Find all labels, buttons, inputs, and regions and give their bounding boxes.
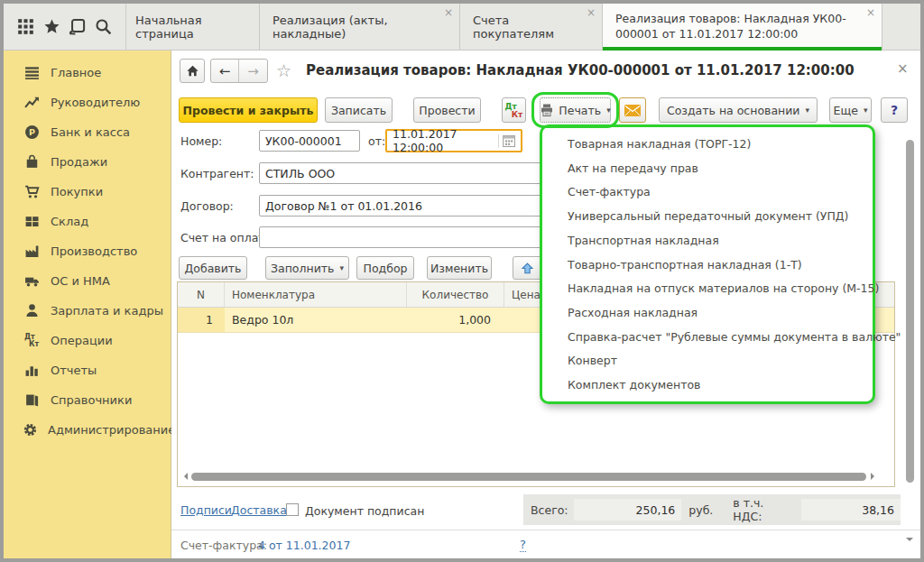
vat-value: 38,16: [801, 499, 901, 521]
close-document-icon[interactable]: ×: [897, 60, 909, 77]
edit-button[interactable]: Изменить: [427, 256, 492, 280]
sidebar-item-9[interactable]: ДтКтОперации: [4, 326, 171, 355]
dt-kt-postings-button[interactable]: Дт Кт: [502, 97, 526, 123]
save-button[interactable]: Записать: [325, 97, 393, 123]
tab-label: Начальная страница: [135, 14, 250, 41]
sidebar-item-label: Банк и касса: [51, 125, 130, 139]
print-button[interactable]: Печать: [540, 97, 611, 123]
sidebar-item-label: Склад: [51, 215, 88, 228]
print-menu-item-3[interactable]: Универсальный передаточный документ (УПД…: [542, 204, 873, 228]
scroll-right-icon[interactable]: [871, 473, 878, 480]
sidebar-item-6[interactable]: Производство: [4, 236, 171, 266]
sidebar-item-label: Продажи: [51, 155, 107, 169]
history-icon[interactable]: [67, 16, 88, 38]
favorites-star-icon[interactable]: [41, 16, 62, 38]
vat-label: в т.ч. НДС:: [733, 496, 796, 523]
print-menu-item-5[interactable]: Товарно-транспортная накладная (1-Т): [542, 253, 873, 277]
tab-label: Реализация товаров: Накладная УК00-00000…: [615, 12, 864, 41]
sidebar-item-1[interactable]: Руководителю: [4, 88, 171, 117]
cell-quantity: 1,000: [407, 308, 504, 332]
sections-icon: [23, 65, 41, 81]
print-dropdown-menu: Товарная накладная (ТОРГ-12)Акт на перед…: [540, 124, 875, 404]
bag-icon: [23, 154, 41, 170]
sidebar-item-2[interactable]: РБанк и касса: [4, 117, 171, 147]
tab-close-icon[interactable]: ×: [444, 8, 453, 17]
more-button[interactable]: Еще: [829, 97, 872, 123]
sidebar-item-label: Операции: [51, 334, 113, 347]
sidebar-item-8[interactable]: Зарплата и кадры: [4, 296, 171, 326]
up-arrow-icon: [521, 262, 534, 275]
pick-button[interactable]: Подбор: [356, 256, 414, 280]
document-signed-checkbox[interactable]: [286, 503, 299, 516]
document-form: ← → ☆ Реализация товаров: Накладная УК00…: [171, 51, 920, 558]
tab-1[interactable]: Реализация (акты, накладные)×: [260, 4, 460, 50]
tab-2[interactable]: Счета покупателям×: [460, 4, 603, 50]
scroll-down-icon[interactable]: [906, 538, 913, 545]
email-button[interactable]: [619, 97, 646, 123]
home-icon: [186, 64, 199, 78]
print-menu-item-4[interactable]: Транспортная накладная: [542, 228, 873, 253]
horizontal-scroll-thumb[interactable]: [191, 473, 866, 481]
tab-strip: Начальная страницаРеализация (акты, накл…: [126, 4, 920, 50]
sidebar-item-7[interactable]: ОС и НМА: [4, 266, 171, 296]
sidebar-item-0[interactable]: Главное: [4, 58, 171, 88]
printer-icon: [540, 103, 554, 117]
home-button[interactable]: [180, 59, 205, 83]
print-menu-item-8[interactable]: Справка-расчет "Рублевые суммы документа…: [542, 325, 873, 349]
col-header-nomenclature: Номенклатура: [225, 282, 407, 307]
create-based-on-button[interactable]: Создать на основании: [659, 97, 818, 123]
invoice-link[interactable]: 4 от 11.01.2017: [258, 539, 350, 552]
cell-n: 1: [178, 308, 225, 332]
move-row-up-button[interactable]: [513, 256, 542, 280]
print-menu-item-6[interactable]: Накладная на отпуск материалов на сторон…: [542, 276, 873, 300]
truck-icon: [23, 273, 41, 290]
print-menu-item-0[interactable]: Товарная накладная (ТОРГ-12): [542, 132, 873, 156]
sidebar: ГлавноеРуководителюРБанк и кассаПродажиП…: [4, 51, 171, 558]
totals-panel: Всего: 250,16 руб. в т.ч. НДС: 38,16: [523, 494, 901, 525]
tab-0[interactable]: Начальная страница: [126, 4, 260, 50]
scroll-left-icon[interactable]: [180, 473, 188, 480]
sidebar-item-5[interactable]: Склад: [4, 207, 171, 236]
post-and-close-button[interactable]: Провести и закрыть: [179, 97, 318, 123]
delivery-link[interactable]: Доставка: [231, 503, 287, 517]
favorite-star-icon[interactable]: ☆: [276, 60, 291, 80]
print-menu-item-7[interactable]: Расходная накладная: [542, 300, 873, 325]
search-icon[interactable]: [93, 16, 115, 38]
tab-close-icon[interactable]: ×: [587, 8, 596, 17]
forward-button[interactable]: →: [239, 60, 267, 82]
svg-text:Р: Р: [29, 127, 35, 137]
app-window: Начальная страницаРеализация (акты, накл…: [0, 0, 924, 562]
signatures-link[interactable]: Подписи: [180, 503, 232, 517]
help-button[interactable]: ?: [881, 97, 908, 123]
vertical-scroll-thumb[interactable]: [906, 140, 914, 483]
add-row-button[interactable]: Добавить: [179, 256, 247, 280]
number-input[interactable]: УК00-000001: [259, 130, 360, 152]
sidebar-item-4[interactable]: Покупки: [4, 177, 171, 207]
fill-button[interactable]: Заполнить: [265, 256, 349, 280]
page-title: Реализация товаров: Накладная УК00-00000…: [306, 62, 855, 78]
chart-icon: [23, 363, 41, 379]
sidebar-item-12[interactable]: Администрирование: [4, 415, 171, 445]
contract-label: Договор:: [180, 199, 234, 213]
print-menu-item-2[interactable]: Счет-фактура: [542, 180, 873, 204]
date-label: от:: [368, 134, 385, 148]
sidebar-item-11[interactable]: Справочники: [4, 385, 171, 415]
gear-icon: [23, 422, 38, 438]
print-menu-item-10[interactable]: Комплект документов: [542, 373, 873, 397]
invoice-help-link[interactable]: ?: [520, 538, 526, 552]
app-menu-grid-icon[interactable]: [14, 16, 36, 38]
calendar-icon[interactable]: [498, 134, 515, 148]
date-input[interactable]: 11.01.2017 12:00:00: [385, 129, 522, 152]
envelope-icon: [624, 105, 641, 116]
sidebar-item-3[interactable]: Продажи: [4, 147, 171, 177]
tab-close-icon[interactable]: ×: [866, 8, 875, 17]
print-menu-item-9[interactable]: Конверт: [542, 349, 873, 373]
invoice-label: Счет-фактура:: [180, 539, 267, 552]
dtkt-icon: ДтКт: [23, 333, 41, 349]
sidebar-item-10[interactable]: Отчеты: [4, 355, 171, 385]
tab-3[interactable]: Реализация товаров: Накладная УК00-00000…: [603, 4, 882, 50]
print-menu-item-1[interactable]: Акт на передачу прав: [542, 156, 873, 180]
cell-nomenclature: Ведро 10л: [225, 308, 407, 332]
back-button[interactable]: ←: [211, 60, 239, 82]
post-button[interactable]: Провести: [413, 97, 481, 123]
